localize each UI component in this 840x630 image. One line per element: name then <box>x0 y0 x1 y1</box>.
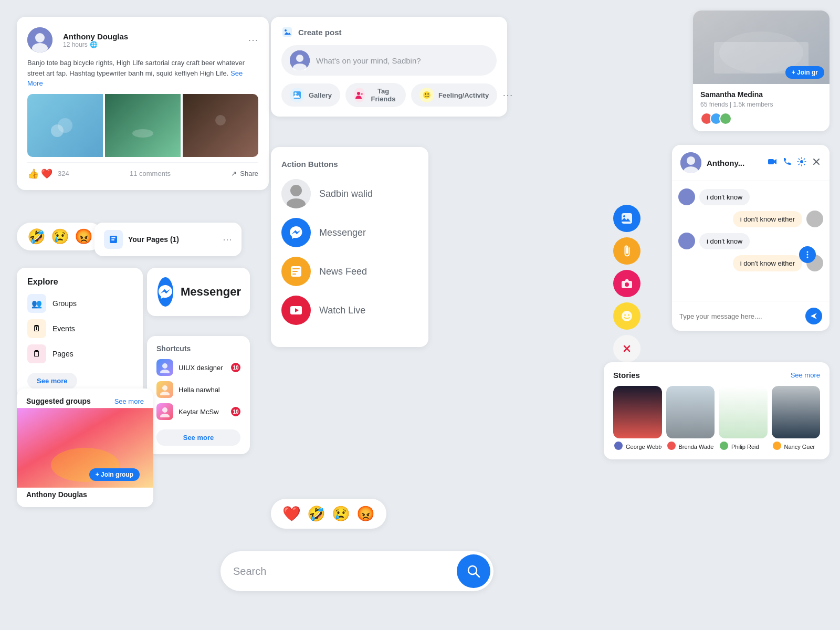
chat-user-avatar <box>680 152 701 173</box>
post-image-2 <box>105 94 181 157</box>
shortcut-name-2: Hella narwhal <box>178 386 240 394</box>
more-options-icon <box>803 250 812 259</box>
chat-video-button[interactable] <box>768 157 777 169</box>
chat-user: Anthony... <box>680 152 744 173</box>
emoji-angry[interactable]: 😡 <box>75 228 93 245</box>
post-text: Banjo tote bag bicycle rights, High Life… <box>27 58 258 89</box>
story-item-2[interactable]: Brenda Wade <box>666 386 715 451</box>
stories-title: Stories <box>613 371 640 380</box>
float-icon-close[interactable] <box>613 335 640 362</box>
explore-item-pages[interactable]: 🗒 Pages <box>27 344 132 363</box>
float-icon-camera[interactable] <box>613 270 640 297</box>
shortcut-item-2[interactable]: Hella narwhal <box>156 381 240 398</box>
story-name-2: Brenda Wade <box>679 444 714 450</box>
your-pages-inner: Your Pages (1) ⋯ <box>104 230 232 249</box>
pages-menu-button[interactable]: ⋯ <box>223 234 232 245</box>
story-image-4 <box>772 386 821 438</box>
chat-call-button[interactable] <box>782 157 792 169</box>
shortcut-item-1[interactable]: UIUX designer 10 <box>156 359 240 376</box>
search-button[interactable] <box>457 554 490 588</box>
search-input-text[interactable]: Search <box>233 565 266 578</box>
shortcut-item-3[interactable]: Keytar McSw 10 <box>156 403 240 420</box>
post-image-1 <box>27 94 103 157</box>
float-icon-attachment[interactable] <box>613 237 640 265</box>
msg-bubble-2: i don't know either <box>733 211 802 227</box>
emoji2-rofl[interactable]: 🤣 <box>307 505 326 522</box>
story-item-1[interactable]: George Webb <box>613 386 662 451</box>
emoji2-sad[interactable]: 😢 <box>332 505 350 522</box>
action-label-messenger: Messenger <box>319 227 366 238</box>
emoji-rofl[interactable]: 🤣 <box>27 228 46 245</box>
emoji2-angry[interactable]: 😡 <box>356 505 375 522</box>
messenger-big-label: Messenger <box>181 285 241 299</box>
messenger-big-card[interactable]: Messenger <box>147 268 250 316</box>
action-item-user[interactable]: Sadbin walid <box>281 179 418 208</box>
msg-bubble-3: i don't know <box>699 233 750 249</box>
svg-rect-53 <box>768 159 774 164</box>
explore-item-events[interactable]: 🗓 Events <box>27 319 132 338</box>
action-item-messenger[interactable]: Messenger <box>281 218 418 247</box>
story-image-1 <box>613 386 662 438</box>
svg-point-58 <box>807 251 808 253</box>
action-label-user: Sadbin walid <box>319 188 373 200</box>
explore-item-groups[interactable]: 👥 Groups <box>27 294 132 313</box>
msg-avatar-1 <box>678 188 695 205</box>
svg-rect-41 <box>622 213 632 224</box>
svg-rect-8 <box>111 237 116 238</box>
story-item-3[interactable]: Philip Reid <box>719 386 768 451</box>
message-1: i don't know <box>678 188 823 205</box>
post-share[interactable]: ↗ Share <box>231 170 258 177</box>
svg-point-29 <box>423 91 430 99</box>
svg-point-10 <box>162 363 167 369</box>
chat-settings-button[interactable] <box>797 157 806 169</box>
post-image-3 <box>183 94 258 157</box>
chat-user-name: Anthony... <box>707 159 744 167</box>
join-group-button[interactable]: + Join group <box>89 468 140 481</box>
post-menu-button[interactable]: ⋯ <box>248 34 258 46</box>
group-join-button[interactable]: + Join gr <box>785 66 824 79</box>
stories-card: Stories See more George Webb Brenda Wade… <box>604 362 830 459</box>
action-item-newsfeed[interactable]: News Feed <box>281 257 418 286</box>
float-icon-emoji[interactable] <box>613 302 640 330</box>
story-item-4[interactable]: Nancy Guer <box>772 386 821 451</box>
tag-friends-button[interactable]: Tag Friends <box>345 83 406 107</box>
tag-friends-icon <box>354 88 365 102</box>
svg-point-12 <box>162 385 167 391</box>
newsfeed-action-icon <box>281 257 311 286</box>
group-meta: 65 friends | 1.5k members <box>700 101 822 108</box>
svg-point-60 <box>807 257 808 258</box>
feeling-button[interactable]: Feeling/Activity <box>411 83 497 107</box>
create-post-placeholder[interactable]: What's on your mind, Sadbin? <box>316 56 421 65</box>
msg-avatar-3 <box>678 233 695 249</box>
chat-fab-button[interactable] <box>799 246 816 263</box>
shortcut-name-1: UIUX designer <box>178 364 226 372</box>
suggested-groups-card: Suggested groups See more + Join group A… <box>17 388 153 507</box>
gallery-button[interactable]: Gallery <box>281 83 340 107</box>
svg-point-30 <box>425 93 426 94</box>
pages-icon <box>104 230 123 249</box>
msg-avatar-2 <box>806 211 823 227</box>
create-post-card: Create post What's on your mind, Sadbin?… <box>271 17 507 117</box>
action-label-newsfeed: News Feed <box>319 266 367 277</box>
explore-see-more-button[interactable]: See more <box>27 373 77 389</box>
like-emoji: 👍 <box>27 168 39 180</box>
chat-send-button[interactable] <box>805 308 822 324</box>
shortcut-avatar-2 <box>156 381 173 398</box>
chat-messages: i don't know i don't know either i don't… <box>672 181 830 301</box>
action-item-watchlive[interactable]: Watch Live <box>281 296 418 325</box>
float-icon-gallery[interactable] <box>613 205 640 232</box>
stories-see-more[interactable]: See more <box>791 371 820 379</box>
shortcut-badge-1: 10 <box>231 363 240 372</box>
gallery-icon <box>290 88 304 102</box>
pages-label: Your Pages (1) <box>128 235 179 244</box>
action-buttons-title: Action Buttons <box>281 160 418 169</box>
chat-close-button[interactable] <box>812 157 821 169</box>
emoji2-heart[interactable]: ❤️ <box>282 505 301 522</box>
create-post-input[interactable]: What's on your mind, Sadbin? <box>281 45 497 76</box>
create-post-more-button[interactable]: ⋯ <box>502 89 513 101</box>
shortcuts-see-more-button[interactable]: See more <box>156 429 240 446</box>
svg-point-1 <box>35 33 45 43</box>
post-comments[interactable]: 11 comments <box>130 170 171 177</box>
emoji-sad[interactable]: 😢 <box>51 228 69 245</box>
chat-input-field[interactable] <box>679 312 801 320</box>
